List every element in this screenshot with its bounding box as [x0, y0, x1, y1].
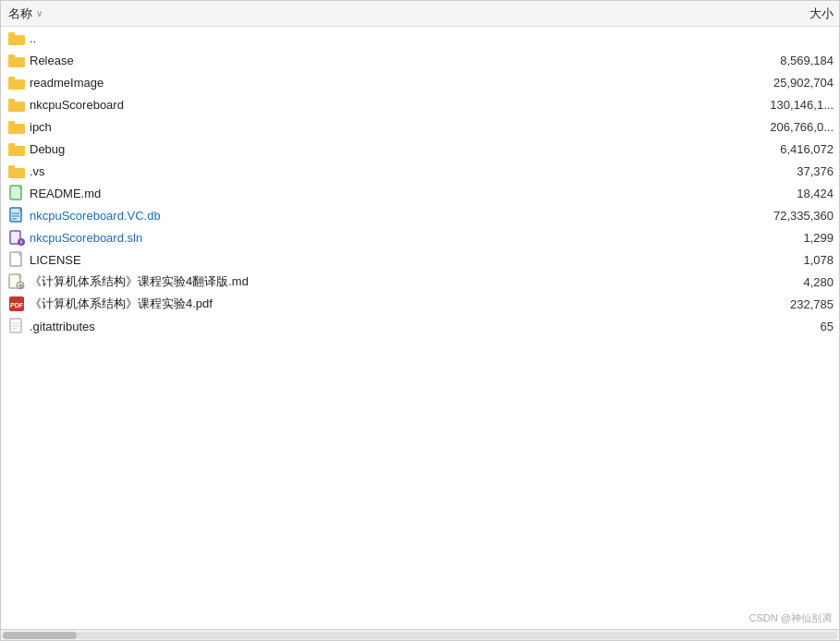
- file-name: nkcpuScoreboard: [30, 98, 124, 112]
- file-name-cell: README.md: [1, 185, 731, 201]
- file-size: 8,569,184: [731, 54, 839, 67]
- table-row[interactable]: .vs37,376: [1, 160, 839, 182]
- svg-rect-13: [8, 165, 15, 170]
- folder-icon: [8, 52, 25, 68]
- folder-icon: [8, 140, 25, 157]
- table-row[interactable]: ipch206,766,0...: [1, 115, 839, 138]
- file-name-cell: .gitattributes: [1, 318, 731, 334]
- file-name: README.md: [30, 187, 101, 200]
- file-name-cell: nkcpuScoreboard.VC.db: [1, 207, 731, 224]
- file-name-cell: ⚙ 《计算机体系结构》课程实验4翻译版.md: [1, 273, 731, 290]
- folder-icon: [8, 163, 25, 179]
- file-name-cell: Debug: [1, 140, 731, 157]
- svg-rect-3: [8, 54, 15, 59]
- file-size: 72,335,360: [731, 209, 839, 223]
- file-name-cell: .vs: [1, 163, 731, 179]
- table-row[interactable]: README.md18,424: [1, 182, 839, 204]
- file-name: ipch: [30, 120, 52, 134]
- col-size-header[interactable]: 大小: [731, 6, 840, 22]
- file-name: 《计算机体系结构》课程实验4翻译版.md: [30, 273, 249, 290]
- file-name-cell: ipch: [1, 118, 731, 135]
- col-size-label: 大小: [810, 6, 834, 22]
- table-row[interactable]: PDF 《计算机体系结构》课程实验4.pdf232,785: [1, 293, 839, 315]
- svg-text:PDF: PDF: [10, 302, 24, 308]
- scrollbar-track: [3, 632, 837, 639]
- svg-text:⚙: ⚙: [18, 284, 23, 289]
- md2-icon: ⚙: [8, 273, 25, 290]
- svg-point-20: [18, 238, 25, 246]
- table-row[interactable]: .gitattributes65: [1, 315, 839, 337]
- file-name-cell: nkcpuScoreboard.sln: [1, 229, 731, 246]
- db-icon: [8, 207, 25, 224]
- file-name-cell: ..: [1, 30, 731, 46]
- col-name-header[interactable]: 名称 ∨: [1, 6, 731, 22]
- file-size: 206,766,0...: [731, 120, 839, 134]
- table-header: 名称 ∨ 大小: [1, 1, 839, 27]
- file-name: ..: [30, 31, 36, 45]
- pdf-icon: PDF: [8, 296, 25, 312]
- file-size: 1,299: [731, 231, 839, 245]
- file-list[interactable]: .. Release8,569,184 readmeImage25,902,70…: [1, 27, 839, 629]
- table-row[interactable]: LICENSE1,078: [1, 248, 839, 271]
- sort-arrow: ∨: [36, 8, 43, 18]
- file-name-cell: Release: [1, 52, 731, 68]
- folder-icon: [8, 118, 25, 135]
- file-name: .vs: [30, 164, 45, 178]
- svg-rect-9: [8, 121, 15, 126]
- file-name: LICENSE: [30, 253, 81, 267]
- file-name: 《计算机体系结构》课程实验4.pdf: [30, 296, 213, 312]
- table-row[interactable]: nkcpuScoreboard.sln1,299: [1, 226, 839, 248]
- folder-icon: [8, 96, 25, 113]
- table-row[interactable]: nkcpuScoreboard.VC.db72,335,360: [1, 204, 839, 226]
- file-name: Release: [30, 54, 74, 67]
- table-row[interactable]: readmeImage25,902,704: [1, 71, 839, 93]
- table-row[interactable]: ..: [1, 27, 839, 49]
- file-name: nkcpuScoreboard.sln: [30, 231, 142, 245]
- file-size: 232,785: [731, 297, 839, 311]
- file-name-cell: readmeImage: [1, 74, 731, 91]
- file-name: Debug: [30, 142, 65, 156]
- svg-rect-5: [8, 77, 15, 81]
- svg-rect-1: [8, 32, 15, 37]
- file-name: nkcpuScoreboard.VC.db: [30, 209, 161, 223]
- file-name-cell: PDF 《计算机体系结构》课程实验4.pdf: [1, 296, 731, 312]
- scrollbar-thumb[interactable]: [3, 632, 77, 639]
- folder-icon: [8, 30, 25, 46]
- file-name-cell: nkcpuScoreboard: [1, 96, 731, 113]
- file-size: 37,376: [731, 164, 839, 178]
- file-size: 130,146,1...: [731, 98, 839, 112]
- txt-icon: [8, 318, 25, 334]
- table-row[interactable]: ⚙ 《计算机体系结构》课程实验4翻译版.md4,280: [1, 271, 839, 293]
- md-icon: [8, 185, 25, 201]
- col-name-label: 名称: [8, 6, 32, 22]
- file-name: readmeImage: [30, 76, 103, 90]
- table-row[interactable]: nkcpuScoreboard130,146,1...: [1, 93, 839, 115]
- file-size: 18,424: [731, 187, 839, 200]
- folder-icon: [8, 74, 25, 91]
- file-size: 1,078: [731, 253, 839, 267]
- file-size: 6,416,072: [731, 142, 839, 156]
- table-row[interactable]: Release8,569,184: [1, 49, 839, 71]
- file-size: 4,280: [731, 275, 839, 289]
- horizontal-scrollbar[interactable]: [1, 629, 839, 640]
- file-icon: [8, 251, 25, 268]
- svg-rect-7: [8, 99, 15, 103]
- sln-icon: [8, 229, 25, 246]
- file-explorer: 名称 ∨ 大小 .. Release8,569,184 readmeImage2…: [0, 0, 840, 641]
- file-name: .gitattributes: [30, 320, 95, 333]
- file-size: 65: [731, 320, 839, 333]
- svg-rect-11: [8, 143, 15, 148]
- table-row[interactable]: Debug6,416,072: [1, 138, 839, 160]
- file-name-cell: LICENSE: [1, 251, 731, 268]
- file-size: 25,902,704: [731, 76, 839, 90]
